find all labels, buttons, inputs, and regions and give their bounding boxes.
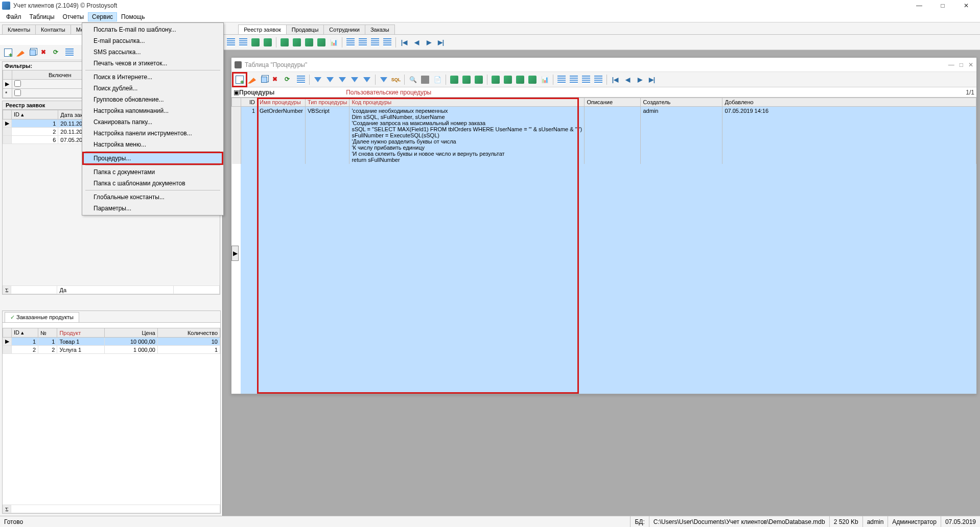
dd-find-duplicates[interactable]: Поиск дублей... xyxy=(83,83,222,94)
ptb-exp3[interactable] xyxy=(473,74,484,85)
mtb-7[interactable] xyxy=(304,37,315,48)
ptb-filter5[interactable] xyxy=(361,74,372,85)
mtb-nav-next[interactable]: ▶ xyxy=(423,37,434,48)
tab-registry[interactable]: Реестр заявок xyxy=(238,25,287,34)
tb-edit[interactable] xyxy=(15,47,26,58)
sub-close[interactable]: ✕ xyxy=(968,61,973,68)
ptb-view2[interactable] xyxy=(568,74,579,85)
ptb-copy[interactable] xyxy=(259,74,270,85)
mtb-2[interactable] xyxy=(238,37,249,48)
dd-templates-folder[interactable]: Папка с шаблонами документов xyxy=(83,178,222,189)
procedures-titlebar[interactable]: Таблица "Процедуры" — □ ✕ xyxy=(231,58,976,72)
mtb-5[interactable] xyxy=(279,37,290,48)
dd-sms-broadcast[interactable]: SMS рассылка... xyxy=(83,46,222,58)
mtb-v4[interactable] xyxy=(382,37,393,48)
dd-reminders[interactable]: Настройка напоминаний... xyxy=(83,105,222,116)
ord-col-n[interactable]: № xyxy=(38,328,57,338)
reg-col-id[interactable]: ID ▴ xyxy=(12,110,58,119)
tab-orders[interactable]: Заказы xyxy=(365,25,395,34)
dd-web-search[interactable]: Поиск в Интернете... xyxy=(83,71,222,83)
mtb-6[interactable] xyxy=(291,37,302,48)
dd-parameters[interactable]: Параметры... xyxy=(83,203,222,214)
ptb-print[interactable] xyxy=(419,74,431,85)
ptb-filter1[interactable] xyxy=(312,74,323,85)
ptb-exp2[interactable] xyxy=(461,74,472,85)
dd-scan-folder[interactable]: Сканировать папку... xyxy=(83,116,222,128)
dd-docs-folder[interactable]: Папка с документами xyxy=(83,166,222,178)
procedures-grid[interactable]: ID Имя процедуры Тип процедуры Код проце… xyxy=(231,98,976,164)
ord-col-product[interactable]: Продукт xyxy=(57,328,105,338)
ptb-view1[interactable] xyxy=(556,74,567,85)
mtb-nav-last[interactable]: ▶| xyxy=(435,37,447,48)
filter-row1-check[interactable] xyxy=(14,80,21,87)
ptb-save[interactable] xyxy=(295,74,307,85)
ptb-refresh[interactable]: ⟳ xyxy=(283,74,294,85)
tab-clients[interactable]: Клиенты xyxy=(2,25,36,34)
ptb-nav-first[interactable]: |◀ xyxy=(610,74,621,85)
ptb-nav-next[interactable]: ▶ xyxy=(634,74,645,85)
ptb-nav-prev[interactable]: ◀ xyxy=(622,74,633,85)
ptb-sql[interactable]: SQL xyxy=(390,74,402,85)
dd-global-constants[interactable]: Глобальные константы... xyxy=(83,191,222,203)
sub-minimize[interactable]: — xyxy=(948,61,954,68)
mtb-nav-prev[interactable]: ◀ xyxy=(411,37,422,48)
mtb-3[interactable] xyxy=(250,37,261,48)
menu-file[interactable]: Файл xyxy=(2,12,26,21)
dd-email-broadcast[interactable]: E-mail рассылка... xyxy=(83,35,222,46)
ptb-preview[interactable]: 📄 xyxy=(432,74,443,85)
tab-sellers[interactable]: Продавцы xyxy=(286,25,324,34)
dd-print-labels[interactable]: Печать чеков и этикеток... xyxy=(83,58,222,69)
mtb-8[interactable] xyxy=(316,37,327,48)
ptb-filter6[interactable] xyxy=(378,74,389,85)
ptb-filter4[interactable] xyxy=(349,74,360,85)
ord-col-id[interactable]: ID ▴ xyxy=(12,328,38,338)
menu-service[interactable]: Сервис xyxy=(88,12,117,21)
ptb-exp6[interactable] xyxy=(515,74,526,85)
dd-menu-settings[interactable]: Настройка меню... xyxy=(83,139,222,150)
close-button[interactable]: ✕ xyxy=(954,0,978,11)
mtb-chart[interactable]: 📊 xyxy=(328,37,339,48)
ptb-new[interactable] xyxy=(234,74,245,85)
filter-row2-check[interactable] xyxy=(14,89,21,96)
ptb-exp7[interactable] xyxy=(527,74,538,85)
procedure-row[interactable]: 1 GetOrderNumber VBScript 'создание необ… xyxy=(232,107,976,164)
dd-procedures[interactable]: Процедуры... xyxy=(83,153,222,164)
ptb-view4[interactable] xyxy=(593,74,604,85)
tb-copy[interactable] xyxy=(27,47,38,58)
ptb-exp5[interactable] xyxy=(502,74,514,85)
mtb-v2[interactable] xyxy=(357,37,368,48)
minimize-button[interactable]: — xyxy=(907,0,931,11)
menu-tables[interactable]: Таблицы xyxy=(26,12,59,21)
tb-new[interactable] xyxy=(3,47,14,58)
tb-delete[interactable]: ✖ xyxy=(39,47,51,58)
tb-refresh[interactable]: ⟳ xyxy=(52,47,63,58)
ptb-find[interactable]: 🔍 xyxy=(407,74,418,85)
ptb-delete[interactable]: ✖ xyxy=(271,74,282,85)
ord-col-price[interactable]: Цена xyxy=(105,328,158,338)
menu-reports[interactable]: Отчеты xyxy=(59,12,88,21)
tb-grid[interactable] xyxy=(64,47,75,58)
sub-maximize[interactable]: □ xyxy=(960,61,963,68)
dd-bulk-update[interactable]: Групповое обновление... xyxy=(83,94,222,105)
ptb-edit[interactable] xyxy=(246,74,258,85)
mtb-1[interactable] xyxy=(225,37,237,48)
ptb-filter2[interactable] xyxy=(324,74,336,85)
menu-help[interactable]: Помощь xyxy=(117,12,149,21)
ptb-filter3[interactable] xyxy=(337,74,348,85)
mtb-nav-first[interactable]: |◀ xyxy=(399,37,410,48)
ordered-tab[interactable]: Заказанные продукты xyxy=(5,312,79,322)
tab-employees[interactable]: Сотрудники xyxy=(323,25,365,34)
ptb-chart[interactable]: 📊 xyxy=(539,74,550,85)
tab-contacts[interactable]: Контакты xyxy=(35,25,71,34)
dd-email-template[interactable]: Послать E-mail по шаблону... xyxy=(83,24,222,35)
mtb-v3[interactable] xyxy=(369,37,381,48)
ord-col-qty[interactable]: Количество xyxy=(157,328,220,338)
dd-toolbar-settings[interactable]: Настройка панели инструментов... xyxy=(83,128,222,139)
mtb-v1[interactable] xyxy=(345,37,356,48)
ptb-view3[interactable] xyxy=(580,74,592,85)
expand-arrow[interactable]: ▶ xyxy=(231,246,239,261)
ptb-exp1[interactable] xyxy=(449,74,460,85)
mtb-4[interactable] xyxy=(262,37,273,48)
maximize-button[interactable]: □ xyxy=(931,0,954,11)
ptb-exp4[interactable] xyxy=(490,74,501,85)
